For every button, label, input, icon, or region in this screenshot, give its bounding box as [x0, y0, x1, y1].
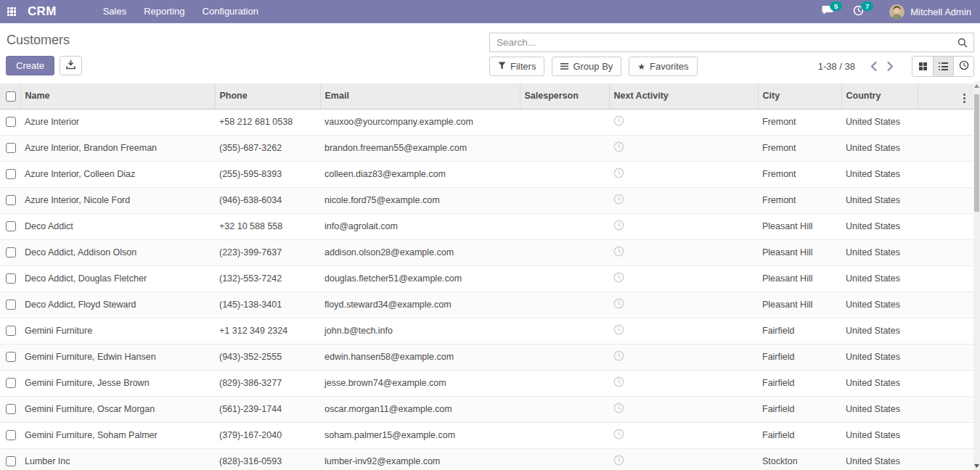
row-checkbox[interactable]: [6, 169, 16, 179]
cell-next-activity[interactable]: [609, 187, 758, 213]
cell-city[interactable]: Fairfield: [758, 422, 841, 448]
table-row[interactable]: Lumber Inc(828)-316-0593lumber-inv92@exa…: [0, 448, 973, 470]
cell-email[interactable]: edwin.hansen58@example.com: [320, 344, 520, 370]
row-checkbox[interactable]: [6, 300, 16, 310]
cell-phone[interactable]: (561)-239-1744: [215, 396, 320, 422]
apps-menu-icon[interactable]: [7, 7, 16, 16]
cell-country[interactable]: United States: [841, 396, 918, 422]
column-header-country[interactable]: Country: [841, 83, 918, 109]
cell-salesperson[interactable]: [520, 396, 609, 422]
column-header-salesperson[interactable]: Salesperson: [520, 83, 609, 109]
cell-country[interactable]: United States: [841, 318, 918, 344]
cell-country[interactable]: United States: [841, 187, 918, 213]
cell-salesperson[interactable]: [520, 370, 609, 396]
row-checkbox[interactable]: [6, 430, 16, 440]
cell-country[interactable]: United States: [841, 448, 918, 470]
cell-country[interactable]: United States: [841, 239, 918, 265]
cell-phone[interactable]: (829)-386-3277: [215, 370, 320, 396]
table-row[interactable]: Deco Addict+32 10 588 558info@agrolait.c…: [0, 213, 973, 239]
optional-columns-icon[interactable]: [962, 92, 967, 104]
cell-phone[interactable]: (145)-138-3401: [215, 292, 320, 318]
cell-phone[interactable]: +58 212 681 0538: [215, 109, 320, 135]
cell-city[interactable]: Fremont: [758, 135, 841, 161]
search-input[interactable]: [490, 37, 952, 48]
scroll-up-arrow[interactable]: [973, 81, 980, 90]
activity-view-button[interactable]: [953, 57, 973, 76]
menu-sales[interactable]: Sales: [94, 0, 136, 23]
cell-next-activity[interactable]: [609, 265, 758, 292]
cell-email[interactable]: nicole.ford75@example.com: [320, 187, 520, 213]
column-header-name[interactable]: Name: [20, 83, 215, 109]
cell-city[interactable]: Fairfield: [758, 318, 841, 344]
cell-name[interactable]: Gemini Furniture: [20, 318, 215, 344]
table-row[interactable]: Azure Interior, Nicole Ford(946)-638-603…: [0, 187, 973, 213]
activity-clock-icon[interactable]: [613, 170, 624, 181]
activity-clock-icon[interactable]: [613, 379, 624, 389]
messages-button[interactable]: 5: [822, 0, 834, 23]
cell-salesperson[interactable]: [520, 239, 609, 265]
filters-button[interactable]: Filters: [489, 57, 544, 76]
table-row[interactable]: Deco Addict, Floyd Steward(145)-138-3401…: [0, 292, 973, 318]
cell-name[interactable]: Gemini Furniture, Jesse Brown: [20, 370, 215, 396]
row-checkbox[interactable]: [6, 247, 16, 257]
cell-email[interactable]: john.b@tech.info: [320, 318, 520, 344]
activity-clock-icon[interactable]: [613, 249, 624, 259]
cell-salesperson[interactable]: [520, 448, 609, 470]
cell-next-activity[interactable]: [609, 318, 758, 344]
cell-email[interactable]: douglas.fletcher51@example.com: [320, 265, 520, 292]
cell-salesperson[interactable]: [520, 422, 609, 448]
cell-name[interactable]: Azure Interior: [20, 109, 215, 135]
cell-country[interactable]: United States: [841, 213, 918, 239]
cell-salesperson[interactable]: [520, 318, 609, 344]
cell-next-activity[interactable]: [609, 396, 758, 422]
row-checkbox[interactable]: [6, 404, 16, 414]
cell-country[interactable]: United States: [841, 161, 918, 187]
cell-next-activity[interactable]: [609, 448, 758, 470]
app-brand[interactable]: CRM: [28, 4, 57, 19]
cell-next-activity[interactable]: [609, 213, 758, 239]
table-row[interactable]: Deco Addict, Douglas Fletcher(132)-553-7…: [0, 265, 973, 292]
cell-city[interactable]: Fremont: [758, 161, 841, 187]
list-view-button[interactable]: [933, 57, 953, 76]
cell-city[interactable]: Fairfield: [758, 344, 841, 370]
cell-next-activity[interactable]: [609, 109, 758, 135]
activity-clock-icon[interactable]: [613, 118, 624, 128]
cell-next-activity[interactable]: [609, 422, 758, 448]
cell-salesperson[interactable]: [520, 187, 609, 213]
cell-email[interactable]: jesse.brown74@example.com: [320, 370, 520, 396]
cell-phone[interactable]: (828)-316-0593: [215, 448, 320, 470]
activity-clock-icon[interactable]: [613, 353, 624, 363]
cell-phone[interactable]: +1 312 349 2324: [215, 318, 320, 344]
group-by-button[interactable]: Group By: [552, 57, 621, 76]
table-row[interactable]: Gemini Furniture, Edwin Hansen(943)-352-…: [0, 344, 973, 370]
cell-city[interactable]: Pleasant Hill: [758, 213, 841, 239]
cell-city[interactable]: Pleasant Hill: [758, 239, 841, 265]
cell-next-activity[interactable]: [609, 239, 758, 265]
activity-clock-icon[interactable]: [613, 275, 624, 285]
cell-country[interactable]: United States: [841, 109, 918, 135]
column-header-city[interactable]: City: [758, 83, 841, 109]
cell-name[interactable]: Azure Interior, Colleen Diaz: [20, 161, 215, 187]
cell-salesperson[interactable]: [520, 213, 609, 239]
activity-clock-icon[interactable]: [613, 327, 624, 337]
activity-clock-icon[interactable]: [613, 144, 624, 154]
favorites-button[interactable]: ★ Favorites: [629, 57, 697, 76]
cell-salesperson[interactable]: [520, 161, 609, 187]
cell-email[interactable]: oscar.morgan11@example.com: [320, 396, 520, 422]
cell-name[interactable]: Deco Addict, Douglas Fletcher: [20, 265, 215, 292]
cell-next-activity[interactable]: [609, 135, 758, 161]
cell-next-activity[interactable]: [609, 370, 758, 396]
scrollbar-thumb[interactable]: [974, 94, 979, 212]
activities-button[interactable]: 7: [853, 0, 864, 23]
cell-name[interactable]: Deco Addict, Floyd Steward: [20, 292, 215, 318]
row-checkbox[interactable]: [6, 195, 16, 205]
cell-city[interactable]: Fremont: [758, 109, 841, 135]
cell-phone[interactable]: (255)-595-8393: [215, 161, 320, 187]
cell-name[interactable]: Azure Interior, Nicole Ford: [20, 187, 215, 213]
vertical-scrollbar[interactable]: [973, 81, 980, 470]
cell-salesperson[interactable]: [520, 292, 609, 318]
cell-city[interactable]: Fremont: [758, 187, 841, 213]
menu-configuration[interactable]: Configuration: [194, 0, 267, 23]
cell-city[interactable]: Pleasant Hill: [758, 265, 841, 292]
cell-name[interactable]: Gemini Furniture, Oscar Morgan: [20, 396, 215, 422]
